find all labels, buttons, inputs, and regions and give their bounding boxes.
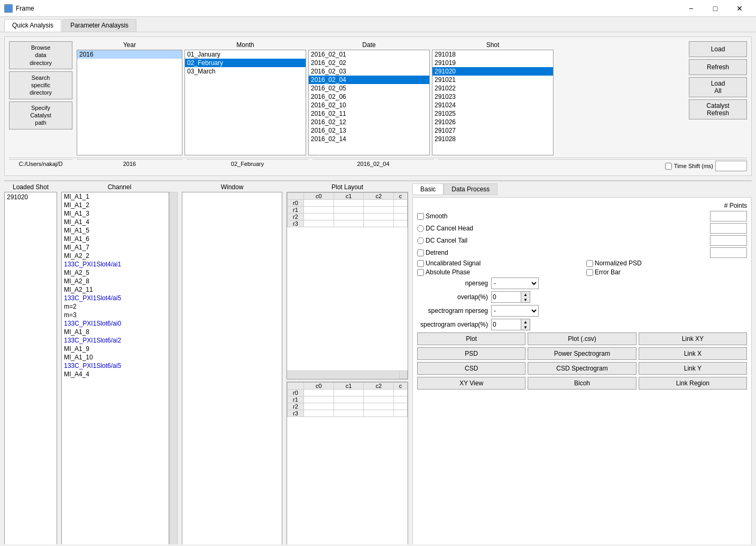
xy-view-button[interactable]: XY View <box>417 377 525 390</box>
date-item-0214[interactable]: 2016_02_14 <box>309 135 429 143</box>
nperseg-select[interactable]: - <box>491 277 539 289</box>
month-listbox[interactable]: 01_January 02_February 03_March <box>185 50 306 155</box>
cell-b-r1-c3[interactable] <box>394 396 408 403</box>
overlap-input[interactable] <box>492 292 521 302</box>
channel-MI_A2_11[interactable]: MI_A2_11 <box>62 285 169 294</box>
channel-MI_A2_5[interactable]: MI_A2_5 <box>62 269 169 277</box>
plot-csv-button[interactable]: Plot (.csv) <box>528 332 636 345</box>
refresh-button[interactable]: Refresh <box>689 59 747 75</box>
channel-MI_A1_7[interactable]: MI_A1_7 <box>62 243 169 252</box>
channel-MI_A1_6[interactable]: MI_A1_6 <box>62 235 169 243</box>
cell-b-r3-c0[interactable] <box>303 410 334 417</box>
spec-overlap-down[interactable]: ▼ <box>521 325 530 330</box>
cell-r2-c2[interactable] <box>364 214 394 220</box>
channel-133C-PXI1Slot4-ai5[interactable]: 133C_PXI1Slot4/ai5 <box>62 294 169 302</box>
cell-r1-c2[interactable] <box>364 207 394 214</box>
dc-cancel-head-radio[interactable] <box>417 225 424 232</box>
plot-button[interactable]: Plot <box>417 332 525 345</box>
csd-spectrogram-button[interactable]: CSD Spectrogram <box>528 362 636 375</box>
cell-b-r0-c1[interactable] <box>334 389 364 396</box>
plot-grid-top-scroll[interactable]: c0 c1 c2 c r0 <box>287 192 408 371</box>
channel-MI_A1_4[interactable]: MI_A1_4 <box>62 218 169 226</box>
time-shift-checkbox[interactable] <box>665 163 672 170</box>
cell-b-r0-c2[interactable] <box>364 389 394 396</box>
spec-nperseg-select[interactable]: - <box>491 305 539 317</box>
cell-b-r0-c0[interactable] <box>303 389 334 396</box>
cell-b-r2-c1[interactable] <box>334 403 364 410</box>
cell-b-r2-c2[interactable] <box>364 403 394 410</box>
date-item-0213[interactable]: 2016_02_13 <box>309 126 429 135</box>
cell-r3-c3[interactable] <box>394 220 408 227</box>
channel-MI_A1_3[interactable]: MI_A1_3 <box>62 209 169 218</box>
smooth-npoints-input[interactable] <box>710 211 747 221</box>
channel-MI_A1_5[interactable]: MI_A1_5 <box>62 226 169 235</box>
psd-button[interactable]: PSD <box>417 347 525 360</box>
cell-r0-c2[interactable] <box>364 200 394 207</box>
shot-item-291028[interactable]: 291028 <box>432 135 553 143</box>
cell-r0-c0[interactable] <box>303 200 334 207</box>
normalized-psd-checkbox[interactable] <box>586 260 593 267</box>
month-item-january[interactable]: 01_January <box>185 50 306 59</box>
detrend-checkbox[interactable] <box>417 249 424 256</box>
month-item-march[interactable]: 03_March <box>185 67 306 76</box>
load-button[interactable]: Load <box>689 41 747 57</box>
absolute-phase-label[interactable]: Absolute Phase <box>417 269 578 276</box>
year-listbox[interactable]: 2016 <box>77 50 182 155</box>
shot-item-291027[interactable]: 291027 <box>432 126 553 135</box>
spec-overlap-input[interactable] <box>492 319 521 330</box>
plot-grid-bottom-scroll[interactable]: c0 c1 c2 c r0 <box>287 382 408 545</box>
date-listbox[interactable]: 2016_02_01 2016_02_02 2016_02_03 2016_02… <box>308 50 430 155</box>
shot-item-291024[interactable]: 291024 <box>432 101 553 109</box>
channel-MI_A2_8[interactable]: MI_A2_8 <box>62 277 169 285</box>
cell-r2-c0[interactable] <box>303 214 334 220</box>
cell-b-r1-c2[interactable] <box>364 396 394 403</box>
date-item-0205[interactable]: 2016_02_05 <box>309 84 429 92</box>
cell-b-r2-c3[interactable] <box>394 403 408 410</box>
date-item-0211[interactable]: 2016_02_11 <box>309 109 429 118</box>
date-item-0212[interactable]: 2016_02_12 <box>309 118 429 126</box>
shot-item-291021[interactable]: 291021 <box>432 76 553 84</box>
dc-cancel-head-input[interactable] <box>710 223 747 234</box>
channel-MI_A4_4[interactable]: MI_A4_4 <box>62 370 169 378</box>
uncalibrated-label[interactable]: Uncalibrated Signal <box>417 260 578 267</box>
shot-item-291018[interactable]: 291018 <box>432 50 553 59</box>
cell-b-r2-c0[interactable] <box>303 403 334 410</box>
channel-MI_A1_8[interactable]: MI_A1_8 <box>62 328 169 336</box>
dc-cancel-tail-radio[interactable] <box>417 237 424 244</box>
channel-133C-PXI1Slot4-ai1[interactable]: 133C_PXI1Slot4/ai1 <box>62 260 169 269</box>
smooth-label[interactable]: Smooth <box>417 212 706 220</box>
catalyst-refresh-button[interactable]: CatalystRefresh <box>689 99 747 119</box>
channel-133C-PXI1Slot6-ai2[interactable]: 133C_PXI1Slot6/ai2 <box>62 336 169 345</box>
tab-parameter-analysis[interactable]: Parameter Analaysis <box>62 19 136 32</box>
cell-b-r3-c2[interactable] <box>364 410 394 417</box>
channel-scrollbar[interactable] <box>169 192 178 544</box>
channel-MI_A1_2[interactable]: MI_A1_2 <box>62 201 169 209</box>
normalized-psd-label[interactable]: Normalized PSD <box>586 260 747 267</box>
year-item-2016[interactable]: 2016 <box>77 50 182 59</box>
detrend-label[interactable]: Detrend <box>417 249 706 256</box>
overlap-down[interactable]: ▼ <box>521 297 530 302</box>
cell-r1-c1[interactable] <box>334 207 364 214</box>
csd-button[interactable]: CSD <box>417 362 525 375</box>
error-bar-label[interactable]: Error Bar <box>586 269 747 276</box>
month-item-february[interactable]: 02_February <box>185 59 306 67</box>
channel-MI_A1_1[interactable]: MI_A1_1 <box>62 192 169 201</box>
ctrl-tab-data-process[interactable]: Data Process <box>444 183 497 195</box>
channel-list[interactable]: MI_A1_1 MI_A1_2 MI_A1_3 MI_A1_4 MI_A1_5 … <box>61 192 169 544</box>
smooth-checkbox[interactable] <box>417 213 424 220</box>
channel-MI_A2_2[interactable]: MI_A2_2 <box>62 252 169 260</box>
dc-cancel-head-label[interactable]: DC Cancel Head <box>417 225 706 232</box>
cell-b-r1-c1[interactable] <box>334 396 364 403</box>
channel-133C-PXI1Slot6-ai5[interactable]: 133C_PXI1Slot6/ai5 <box>62 362 169 370</box>
overlap-up[interactable]: ▲ <box>521 292 530 297</box>
cell-r2-c3[interactable] <box>394 214 408 220</box>
date-item-0210[interactable]: 2016_02_10 <box>309 101 429 109</box>
cell-b-r0-c3[interactable] <box>394 389 408 396</box>
date-item-0201[interactable]: 2016_02_01 <box>309 50 429 59</box>
cell-r0-c3[interactable] <box>394 200 408 207</box>
specify-catalyst-path-button[interactable]: SpecifyCatalystpath <box>9 101 72 129</box>
cell-r0-c1[interactable] <box>334 200 364 207</box>
power-spectrogram-button[interactable]: Power Spectrogram <box>528 347 636 360</box>
ctrl-tab-basic[interactable]: Basic <box>412 183 444 195</box>
uncalibrated-checkbox[interactable] <box>417 260 424 267</box>
